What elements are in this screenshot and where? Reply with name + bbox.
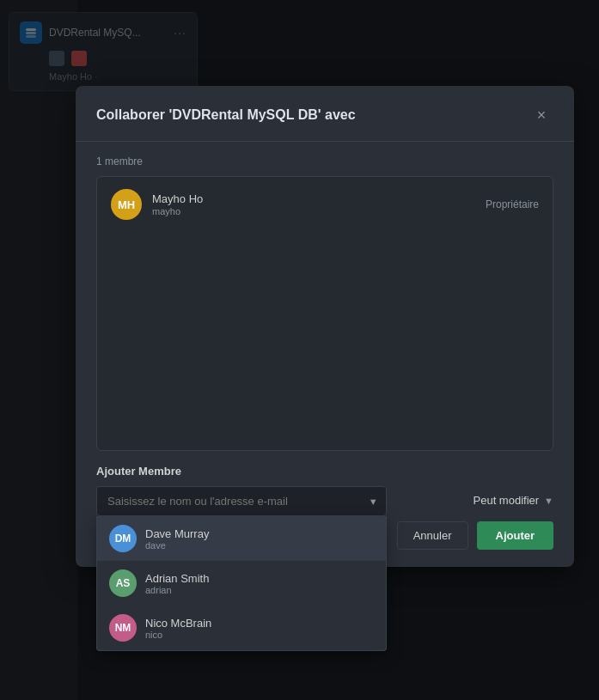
search-input[interactable] bbox=[96, 486, 387, 516]
right-side: Peut modifier ▼ Annuler Ajouter bbox=[397, 486, 553, 550]
dialog-header: Collaborer 'DVDRental MySQL DB' avec × bbox=[76, 86, 574, 142]
action-buttons: Annuler Ajouter bbox=[397, 521, 553, 550]
add-member-section: Ajouter Membre ▼ DM Dave Murray dave bbox=[96, 465, 553, 550]
chevron-down-icon: ▼ bbox=[544, 496, 553, 506]
collaborate-dialog: Collaborer 'DVDRental MySQL DB' avec × 1… bbox=[76, 86, 574, 567]
dropdown-item-name: Nico McBrain bbox=[145, 617, 211, 630]
table-row: MH Mayho Ho mayho Propriétaire bbox=[97, 177, 553, 232]
dialog-title: Collaborer 'DVDRental MySQL DB' avec bbox=[96, 107, 356, 123]
input-wrapper: ▼ DM Dave Murray dave AS bbox=[96, 486, 387, 516]
add-member-row: ▼ DM Dave Murray dave AS bbox=[96, 486, 553, 550]
members-list: MH Mayho Ho mayho Propriétaire bbox=[96, 176, 553, 451]
dropdown-item-info: Adrian Smith adrian bbox=[145, 572, 209, 595]
dropdown-item-username: dave bbox=[145, 540, 209, 551]
add-member-label: Ajouter Membre bbox=[96, 465, 553, 478]
cancel-button[interactable]: Annuler bbox=[397, 521, 468, 550]
dropdown-item-info: Nico McBrain nico bbox=[145, 617, 211, 640]
list-item[interactable]: AS Adrian Smith adrian bbox=[97, 561, 386, 606]
dropdown-item-username: nico bbox=[145, 630, 211, 640]
avatar: DM bbox=[109, 525, 137, 552]
permission-button[interactable]: Peut modifier ▼ bbox=[474, 486, 553, 514]
list-item[interactable]: DM Dave Murray dave bbox=[97, 516, 386, 561]
member-name: Mayho Ho bbox=[152, 192, 475, 205]
dropdown-item-username: adrian bbox=[145, 585, 209, 595]
close-button[interactable]: × bbox=[529, 103, 553, 127]
dropdown-item-name: Adrian Smith bbox=[145, 572, 209, 585]
dropdown-item-info: Dave Murray dave bbox=[145, 527, 209, 551]
dropdown-item-name: Dave Murray bbox=[145, 527, 209, 540]
list-item[interactable]: NM Nico McBrain nico bbox=[97, 606, 386, 650]
permission-label: Peut modifier bbox=[474, 494, 540, 507]
members-count-label: 1 membre bbox=[96, 155, 553, 167]
dialog-body: 1 membre MH Mayho Ho mayho Propriétaire … bbox=[76, 142, 574, 567]
avatar: AS bbox=[109, 569, 137, 597]
member-info: Mayho Ho mayho bbox=[152, 192, 475, 216]
avatar: NM bbox=[109, 614, 137, 642]
member-role: Propriétaire bbox=[486, 198, 539, 210]
user-dropdown: DM Dave Murray dave AS Adrian Smith adri… bbox=[96, 516, 387, 651]
avatar: MH bbox=[111, 189, 142, 220]
add-button[interactable]: Ajouter bbox=[477, 521, 554, 550]
member-username: mayho bbox=[152, 206, 475, 216]
